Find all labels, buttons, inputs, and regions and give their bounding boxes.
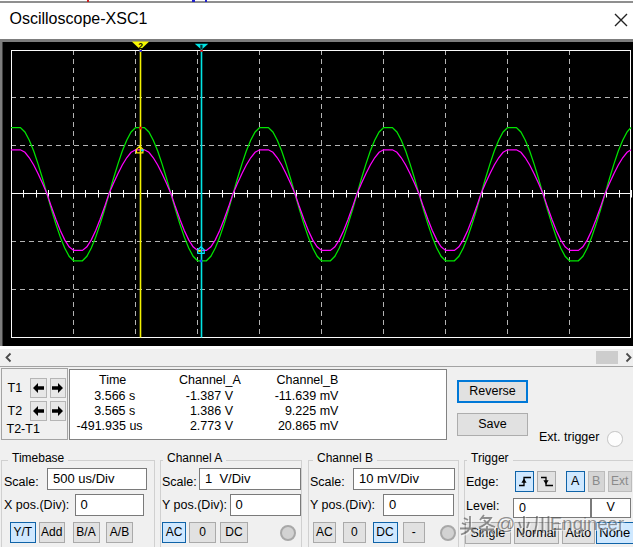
svg-text:Engineer: Engineer — [550, 514, 624, 534]
svg-text:@: @ — [496, 514, 515, 534]
svg-text:2: 2 — [138, 41, 143, 51]
